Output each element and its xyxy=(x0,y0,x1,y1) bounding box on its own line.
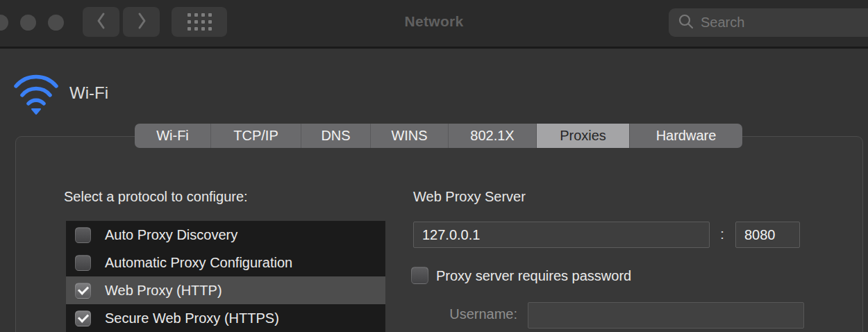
requires-password-label: Proxy server requires password xyxy=(436,268,631,284)
tab-hardware[interactable]: Hardware xyxy=(630,124,742,148)
title-bar: Network xyxy=(0,0,868,47)
service-name: Wi-Fi xyxy=(69,83,108,103)
tab-bar: Wi-Fi TCP/IP DNS WINS 802.1X Proxies Har… xyxy=(135,124,742,148)
proxy-server-port-input[interactable] xyxy=(736,222,799,247)
proxy-server-address-input[interactable] xyxy=(414,222,709,247)
web-proxy-http-checkbox[interactable] xyxy=(75,283,91,299)
web-proxy-server-heading: Web Proxy Server xyxy=(413,189,526,205)
auto-proxy-discovery-checkbox[interactable] xyxy=(75,227,91,243)
search-field[interactable] xyxy=(669,8,868,37)
protocol-list-heading: Select a protocol to configure: xyxy=(64,189,248,205)
protocol-row-automatic-proxy-configuration[interactable]: Automatic Proxy Configuration xyxy=(66,249,385,276)
automatic-proxy-configuration-checkbox[interactable] xyxy=(75,255,91,271)
tab-8021x[interactable]: 802.1X xyxy=(449,124,537,148)
protocol-list: Auto Proxy Discovery Automatic Proxy Con… xyxy=(66,221,385,332)
wifi-icon xyxy=(12,67,60,119)
protocol-row-label: Web Proxy (HTTP) xyxy=(105,283,222,299)
tab-tcpip[interactable]: TCP/IP xyxy=(211,124,301,148)
requires-password-checkbox[interactable] xyxy=(411,267,428,284)
proxy-server-port-field[interactable] xyxy=(735,222,800,248)
protocol-row-auto-proxy-discovery[interactable]: Auto Proxy Discovery xyxy=(66,221,385,249)
tab-proxies[interactable]: Proxies xyxy=(537,124,630,148)
tab-wifi[interactable]: Wi-Fi xyxy=(135,124,211,148)
tab-wins[interactable]: WINS xyxy=(371,124,449,148)
protocol-row-label: Automatic Proxy Configuration xyxy=(105,255,292,271)
search-input[interactable] xyxy=(701,15,853,31)
tab-dns[interactable]: DNS xyxy=(301,124,371,148)
proxy-server-address-field[interactable] xyxy=(413,222,710,248)
username-input[interactable] xyxy=(528,303,803,328)
search-icon xyxy=(678,13,694,33)
titlebar-divider xyxy=(0,47,868,49)
protocol-row-label: Auto Proxy Discovery xyxy=(105,227,237,243)
protocol-row-secure-web-proxy-https[interactable]: Secure Web Proxy (HTTPS) xyxy=(66,304,385,332)
secure-web-proxy-https-checkbox[interactable] xyxy=(75,310,91,326)
protocol-row-web-proxy-http[interactable]: Web Proxy (HTTP) xyxy=(66,276,385,304)
protocol-row-label: Secure Web Proxy (HTTPS) xyxy=(105,310,279,326)
username-label: Username: xyxy=(413,306,517,322)
username-field[interactable] xyxy=(528,302,804,329)
port-separator: : xyxy=(712,226,732,242)
